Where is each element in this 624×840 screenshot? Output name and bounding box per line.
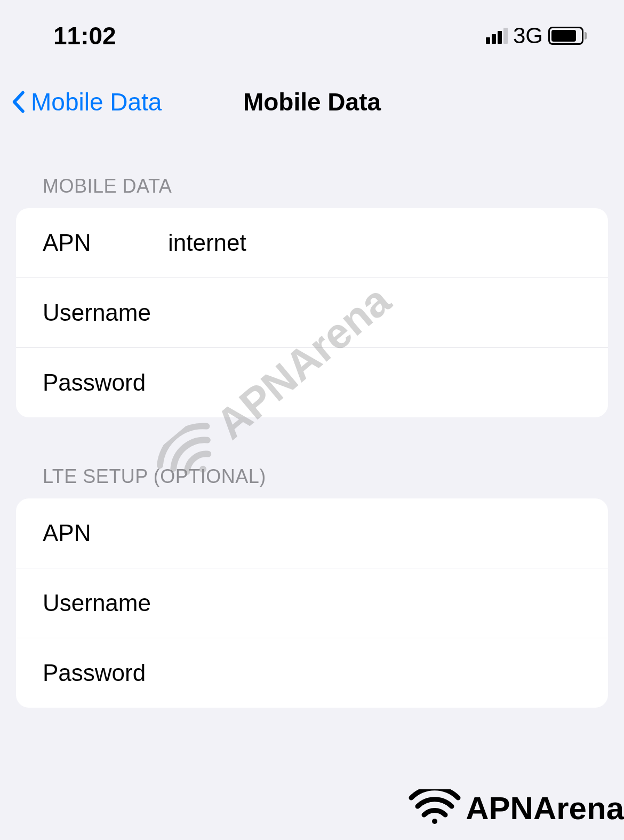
nav-bar: Mobile Data Mobile Data	[0, 61, 624, 127]
wifi-icon	[408, 789, 461, 827]
signal-icon	[486, 28, 508, 44]
section-lte-setup: LTE SETUP (OPTIONAL) APN Username Passwo…	[0, 465, 624, 708]
username-input[interactable]	[168, 299, 581, 326]
password-input[interactable]	[168, 369, 581, 396]
section-group-mobile-data: APN Username Password	[16, 208, 608, 417]
section-header-lte-setup: LTE SETUP (OPTIONAL)	[0, 465, 624, 498]
row-lte-password[interactable]: Password	[16, 638, 608, 708]
battery-icon	[548, 27, 587, 45]
chevron-left-icon	[11, 90, 26, 114]
row-mobile-data-username[interactable]: Username	[16, 278, 608, 348]
status-right: 3G	[486, 23, 587, 49]
section-group-lte-setup: APN Username Password	[16, 498, 608, 708]
row-lte-username[interactable]: Username	[16, 568, 608, 638]
row-lte-apn[interactable]: APN	[16, 498, 608, 568]
lte-username-input[interactable]	[168, 590, 581, 616]
row-mobile-data-apn[interactable]: APN	[16, 208, 608, 278]
status-time: 11:02	[53, 21, 116, 50]
network-label: 3G	[513, 23, 543, 49]
apn-input[interactable]	[168, 229, 581, 256]
watermark-bottom-text: APNArena	[466, 790, 624, 827]
lte-username-label: Username	[43, 590, 168, 616]
lte-password-label: Password	[43, 660, 168, 686]
lte-apn-input[interactable]	[168, 520, 581, 546]
password-label: Password	[43, 369, 168, 396]
back-button[interactable]: Mobile Data	[11, 88, 162, 116]
section-header-mobile-data: MOBILE DATA	[0, 175, 624, 208]
apn-label: APN	[43, 229, 168, 256]
status-bar: 11:02 3G	[0, 0, 624, 61]
watermark-bottom: APNArena	[408, 789, 624, 827]
page-title: Mobile Data	[243, 88, 381, 116]
row-mobile-data-password[interactable]: Password	[16, 348, 608, 417]
lte-password-input[interactable]	[168, 660, 581, 686]
username-label: Username	[43, 299, 168, 326]
lte-apn-label: APN	[43, 520, 168, 546]
section-mobile-data: MOBILE DATA APN Username Password	[0, 175, 624, 417]
back-label: Mobile Data	[31, 88, 162, 116]
